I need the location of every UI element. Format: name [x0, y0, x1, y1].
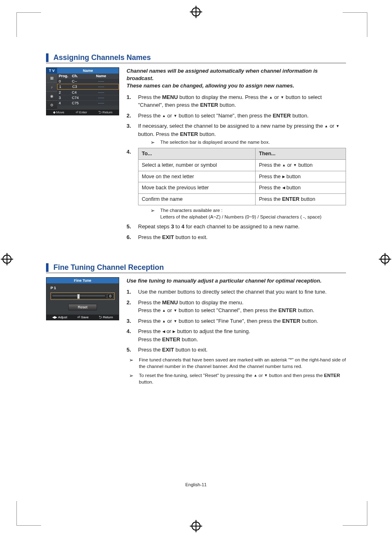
osd-cell: -----: [85, 96, 117, 100]
table-note: The characters available are : Letters o…: [144, 207, 346, 220]
osd-cell: C74: [72, 96, 83, 100]
action-table: To...Then... Select a letter, number or …: [138, 148, 346, 205]
steps-list: Use the number buttons to directly selec…: [127, 288, 346, 354]
osd-cell: C4: [72, 90, 83, 94]
crop-mark-tl: [16, 12, 41, 37]
crop-mark-bl: [16, 501, 41, 526]
setup-icon: ⚙: [46, 101, 57, 110]
osd-title: Name: [57, 68, 119, 74]
section-title-finetune: Fine Tuning Channel Reception: [46, 263, 346, 272]
osd-reset-button: Reset: [68, 304, 97, 310]
osd-cell: C--: [72, 79, 83, 83]
osd-cell: C75: [72, 101, 83, 105]
step-1: Press the MENU button to display the men…: [127, 93, 346, 109]
note-line-1: The characters available are :: [160, 208, 223, 213]
table-cell: Confirm the name: [138, 194, 256, 205]
registration-mark-icon: [2, 255, 12, 264]
step-3: Press the ▲ or ▼ button to select "Fine …: [127, 317, 346, 325]
step-5: Repeat steps 3 to 4 for each channel to …: [127, 223, 346, 231]
table-cell: Press the ▲ or ▼ button: [256, 159, 346, 171]
crop-mark-br: [343, 501, 367, 526]
end-note-2: To reset the fine-tuning, select "Reset"…: [127, 372, 346, 385]
osd-screenshot-name: T V Name ▦ ♪ ◉ ⚙ Prog. Ch. Name: [46, 67, 119, 115]
step-4: Press the ◀ or ▶ button to adjust the fi…: [127, 327, 346, 343]
osd-footer-adjust: ◀▶ Adjust: [52, 315, 67, 319]
osd-cell: C3: [72, 85, 84, 89]
osd-icon-strip: ▦ ♪ ◉ ⚙: [46, 74, 57, 110]
osd-footer-return: ⮌ Return: [99, 315, 113, 319]
section-divider: [46, 63, 346, 63]
osd-col-prog: Prog.: [59, 74, 70, 78]
section-title-assigning: Assigning Channels Names: [46, 53, 346, 62]
step-2: Press the MENU button to display the men…: [127, 299, 346, 315]
steps-list: Press the MENU button to display the men…: [127, 93, 346, 241]
osd-footer-save: ⏎ Save: [77, 315, 88, 319]
table-cell: Move on the next letter: [138, 171, 256, 182]
osd-cell: 3: [59, 96, 70, 100]
picture-icon: ▦: [46, 74, 57, 83]
osd-title: Fine Tune: [46, 278, 119, 283]
step-2: Press the ▲ or ▼ button to select "Name"…: [127, 112, 346, 120]
table-cell: Press the ◀ button: [256, 182, 346, 194]
section-divider: [46, 273, 346, 273]
step-4: To...Then... Select a letter, number or …: [127, 148, 346, 220]
page-content: Assigning Channels Names T V Name ▦ ♪ ◉ …: [46, 12, 346, 487]
note-line-2: Letters of the alphabet (A~Z) / Numbers …: [160, 214, 321, 219]
osd-cell: -----: [85, 90, 117, 94]
osd-col-ch: Ch.: [72, 74, 83, 78]
table-cell: Press the ▶ button: [256, 171, 346, 182]
osd-cell: 1: [59, 85, 71, 89]
intro-text: Channel names will be assigned automatic…: [127, 67, 346, 90]
osd-cell: 0: [59, 79, 70, 83]
table-header-then: Then...: [256, 148, 346, 160]
channel-icon: ◉: [46, 92, 57, 101]
osd-channel-number: P 1: [51, 286, 115, 290]
osd-footer-move: ◆ Move: [53, 110, 65, 114]
table-header-to: To...: [138, 148, 256, 160]
osd-side-label: T V: [46, 68, 57, 74]
end-note-1: Fine tuned channels that have been saved…: [127, 356, 346, 370]
osd-footer-enter: ⏎ Enter: [76, 110, 87, 114]
step-5: Press the EXIT button to exit.: [127, 346, 346, 354]
step-6: Press the EXIT button to exit.: [127, 233, 346, 241]
osd-cell: -----: [85, 85, 117, 89]
step-1: Use the number buttons to directly selec…: [127, 288, 346, 296]
intro-text: Use fine tuning to manually adjust a par…: [127, 277, 346, 285]
slider-thumb-icon: [77, 294, 80, 299]
osd-cell: 4: [59, 101, 70, 105]
osd-fine-tune-slider: 0: [51, 292, 115, 300]
page-number: English-11: [46, 482, 346, 487]
osd-screenshot-finetune: Fine Tune P 1 0 Reset ◀▶ Adjust ⏎ Save ⮌…: [46, 277, 119, 320]
table-cell: Press the ENTER button: [256, 194, 346, 205]
osd-cell: 2: [59, 90, 70, 94]
osd-footer-return: ⮌ Return: [98, 110, 112, 114]
osd-fine-tune-value: 0: [107, 294, 113, 299]
osd-col-name: Name: [85, 74, 117, 78]
sound-icon: ♪: [46, 83, 57, 92]
step-3: If necessary, select the channel to be a…: [127, 122, 346, 145]
table-cell: Select a letter, number or symbol: [138, 159, 256, 171]
osd-cell: -----: [85, 101, 117, 105]
osd-channel-list: Prog. Ch. Name 0C------- 1C3----- 2C4---…: [57, 74, 119, 110]
step-text: If necessary, select the channel to be a…: [138, 123, 339, 137]
crop-mark-tr: [343, 12, 367, 37]
step-note: The selection bar is displayed around th…: [144, 139, 346, 145]
registration-mark-icon: [380, 255, 390, 264]
osd-cell: -----: [85, 79, 117, 83]
table-cell: Move back the previous letter: [138, 182, 256, 194]
registration-mark-icon: [191, 522, 201, 531]
